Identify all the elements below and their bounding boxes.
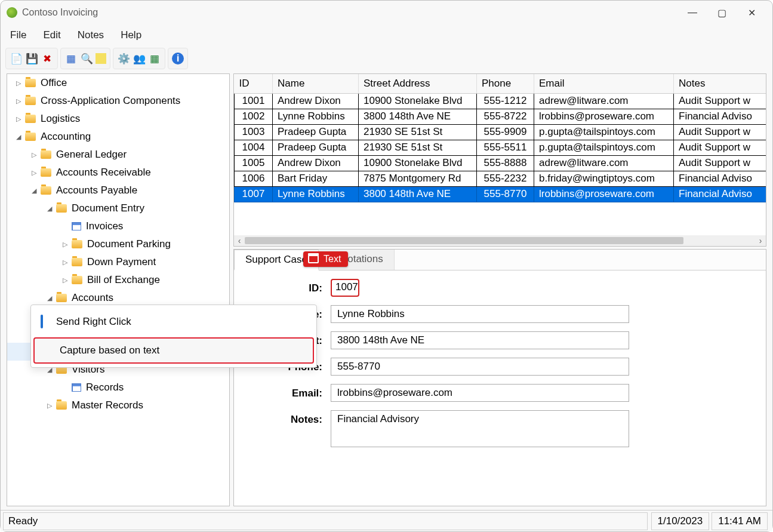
cell-phone[interactable]: 555-8722 [477,109,534,124]
cell-notes[interactable]: Audit Support w [674,93,766,109]
cell-id[interactable]: 1002 [235,109,273,124]
expander-icon[interactable]: ▷ [61,276,69,284]
tree-item[interactable]: ▷Accounts Receivable [7,164,229,182]
tree-item[interactable]: ◢Accounting [7,128,229,146]
cell-id[interactable]: 1003 [235,124,273,140]
cell-street[interactable]: 3800 148th Ave NE [359,186,477,202]
context-send-right-click[interactable]: Send Right Click [31,309,316,335]
export-excel-icon[interactable]: ▦ [148,52,161,65]
cell-id[interactable]: 1007 [235,186,273,202]
grid-horizontal-scrollbar[interactable]: ‹ › [234,235,766,246]
cell-notes[interactable]: Audit Support w [674,124,766,140]
cell-id[interactable]: 1006 [235,171,273,186]
cell-phone[interactable]: 555-2232 [477,171,534,186]
cell-notes[interactable]: Audit Support w [674,140,766,155]
field-phone[interactable]: 555-8770 [331,358,629,376]
cell-street[interactable]: 21930 SE 51st St [359,124,477,140]
cell-name[interactable]: Pradeep Gupta [273,140,359,155]
table-row[interactable]: 1004Pradeep Gupta21930 SE 51st St555-551… [235,140,766,155]
menu-edit[interactable]: Edit [43,29,60,41]
cell-street[interactable]: 7875 Montgomery Rd [359,171,477,186]
expander-icon[interactable]: ▷ [61,259,69,266]
cell-email[interactable]: p.gupta@tailspintoys.com [534,124,674,140]
tree-item[interactable]: Records [7,379,229,396]
cell-name[interactable]: Bart Friday [273,171,359,186]
cell-notes[interactable]: Audit Support w [674,155,766,171]
context-capture-text[interactable]: Capture based on text [33,337,314,364]
menu-notes[interactable]: Notes [78,29,104,41]
cell-notes[interactable]: Financial Adviso [674,186,766,202]
save-icon[interactable]: 💾 [25,52,38,65]
cell-phone[interactable]: 555-8888 [477,155,534,171]
cell-phone[interactable]: 555-1212 [477,93,534,109]
col-email[interactable]: Email [534,74,674,93]
grid-icon[interactable]: ▦ [64,52,78,65]
expander-icon[interactable]: ◢ [45,205,54,213]
expander-icon[interactable]: ▷ [30,169,38,177]
table-row[interactable]: 1001Andrew Dixon10900 Stonelake Blvd555-… [235,93,766,109]
menu-help[interactable]: Help [121,29,141,41]
tree-item[interactable]: ◢Document Entry [7,199,229,217]
close-button[interactable]: ✕ [747,7,756,19]
tree-item[interactable]: ▷Bill of Exchange [7,271,229,289]
tree-item[interactable]: ▷Document Parking [7,235,229,253]
cell-phone[interactable]: 555-5511 [477,140,534,155]
expander-icon[interactable]: ◢ [45,294,54,302]
tree-item[interactable]: ◢Accounts Payable [7,182,229,199]
capture-badge[interactable]: Text [303,251,348,267]
tree-item[interactable]: Invoices [7,217,229,235]
table-row[interactable]: 1007Lynne Robbins3800 148th Ave NE555-87… [235,186,766,202]
cell-street[interactable]: 21930 SE 51st St [359,140,477,155]
cell-name[interactable]: Lynne Robbins [273,186,359,202]
tree-item[interactable]: ▷Logistics [7,110,229,128]
tree-item[interactable]: ▷Master Records [7,396,229,414]
note-icon[interactable] [96,53,106,64]
cell-email[interactable]: b.friday@wingtiptoys.com [534,171,674,186]
expander-icon[interactable]: ▷ [30,151,38,159]
cell-street[interactable]: 3800 148th Ave NE [359,109,477,124]
navigation-tree[interactable]: ▷Office▷Cross-Application Components▷Log… [7,73,230,506]
cell-id[interactable]: 1004 [235,140,273,155]
cell-street[interactable]: 10900 Stonelake Blvd [359,155,477,171]
cell-name[interactable]: Lynne Robbins [273,109,359,124]
gear-icon[interactable]: ⚙️ [117,52,130,65]
field-id[interactable]: 1007 [331,279,359,297]
field-notes[interactable]: Financial Advisory [331,410,629,447]
table-row[interactable]: 1006Bart Friday7875 Montgomery Rd555-223… [235,171,766,186]
cell-name[interactable]: Pradeep Gupta [273,124,359,140]
cell-email[interactable]: lrobbins@proseware.com [534,109,674,124]
cell-email[interactable]: p.gupta@tailspintoys.com [534,140,674,155]
cell-name[interactable]: Andrew Dixon [273,155,359,171]
col-street[interactable]: Street Address [359,74,477,93]
expander-icon[interactable]: ▷ [14,97,23,105]
field-name[interactable]: Lynne Robbins [331,305,629,323]
expander-icon[interactable]: ◢ [14,133,23,141]
cell-id[interactable]: 1005 [235,155,273,171]
cell-street[interactable]: 10900 Stonelake Blvd [359,93,477,109]
users-icon[interactable]: 👥 [133,52,146,65]
search-icon[interactable]: 🔍 [80,52,93,65]
field-email[interactable]: lrobbins@proseware.com [331,384,629,402]
col-name[interactable]: Name [273,74,359,93]
table-row[interactable]: 1005Andrew Dixon10900 Stonelake Blvd555-… [235,155,766,171]
tree-item[interactable]: ▷General Ledger [7,146,229,164]
tree-item[interactable]: ▷Down Payment [7,253,229,271]
field-street[interactable]: 3800 148th Ave NE [331,331,629,349]
expander-icon[interactable]: ▷ [14,79,23,87]
col-phone[interactable]: Phone [477,74,534,93]
info-icon[interactable]: i [172,53,184,64]
new-icon[interactable]: 📄 [10,52,23,65]
cell-notes[interactable]: Financial Adviso [674,109,766,124]
cell-phone[interactable]: 555-8770 [477,186,534,202]
expander-icon[interactable]: ▷ [61,241,69,248]
tree-item[interactable]: ▷Office [7,74,229,92]
table-row[interactable]: 1003Pradeep Gupta21930 SE 51st St555-990… [235,124,766,140]
col-notes[interactable]: Notes [674,74,766,93]
maximize-button[interactable]: ▢ [717,7,726,19]
delete-icon[interactable]: ✖ [41,52,54,65]
table-row[interactable]: 1002Lynne Robbins3800 148th Ave NE555-87… [235,109,766,124]
menu-file[interactable]: File [10,29,26,41]
cell-notes[interactable]: Financial Adviso [674,171,766,186]
expander-icon[interactable]: ◢ [30,187,38,195]
cell-email[interactable]: adrew@litware.com [534,93,674,109]
